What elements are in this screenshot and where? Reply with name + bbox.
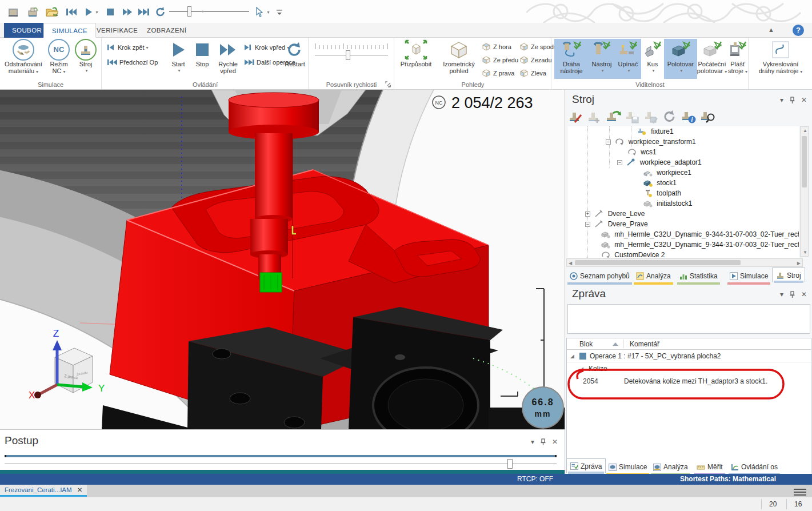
expander-plus-icon[interactable]: + — [585, 211, 590, 217]
view-front-button[interactable]: Ze předu — [482, 54, 518, 66]
postup-slider-track[interactable] — [5, 464, 557, 464]
tab-simulace-dock[interactable]: Simulace — [726, 270, 771, 282]
play-dropdown[interactable]: ▾ — [93, 5, 99, 19]
expander-minus-icon[interactable]: − — [617, 160, 622, 165]
tab-simulace-bottom[interactable]: Simulace — [605, 461, 650, 473]
close-document-icon[interactable]: ✕ — [77, 486, 83, 493]
speed-slider-thumb-ribbon[interactable] — [346, 50, 350, 60]
tree-item[interactable]: − Dvere_Prave — [568, 219, 799, 229]
view-bottom-button[interactable]: Ze spodu — [519, 41, 557, 53]
speed-slider-thumb[interactable] — [187, 6, 191, 17]
panel-menu-icon[interactable]: ▾ — [531, 438, 534, 446]
cursor-dropdown[interactable]: ▾ — [264, 5, 271, 19]
skip-back-button[interactable] — [64, 5, 79, 19]
tree-item[interactable]: mh_Hermle_C32U_Dynamic_9-344-31-07-003_0… — [568, 229, 799, 239]
scroll-down-icon[interactable]: ▼ — [803, 250, 807, 255]
tab-verifikace[interactable]: VERIFIKACE — [89, 23, 146, 38]
message-subgroup-row[interactable]: ◢ Kolize — [567, 362, 811, 375]
tool-visibility-button[interactable]: Nástroj▾ — [589, 39, 615, 79]
machine-add-icon[interactable] — [586, 109, 602, 124]
machine-tree[interactable]: fixture1 − workpiece_transform1 wcs1 − w… — [568, 126, 799, 258]
tab-merit[interactable]: Měřit — [693, 461, 726, 473]
3d-viewport[interactable]: NC 2 054/2 263 Z prava Zezadu Z Y X 66.8… — [0, 90, 565, 429]
nc-mode-button[interactable]: NC Režim NC▾ — [46, 39, 72, 75]
skip-end-button[interactable] — [136, 5, 151, 19]
view-back-button[interactable]: Zezadu — [519, 54, 552, 66]
tab-statistika[interactable]: Statistika — [676, 270, 721, 282]
tree-item[interactable]: CustomDevice 2 — [568, 250, 799, 258]
tree-item[interactable]: wcs1 — [568, 147, 799, 157]
tab-zprava-bottom[interactable]: Zpráva — [566, 458, 606, 473]
material-removal-button[interactable]: Odstraňování materiálu▾ — [5, 39, 42, 75]
col-blok[interactable]: Blok — [579, 338, 593, 350]
row-expander-icon[interactable]: ◢ — [579, 362, 583, 375]
message-group-row[interactable]: ◢ Operace 1 : #17 - 5X_PC_vybraná plocha… — [567, 350, 811, 362]
machine-info-icon[interactable]: i — [681, 109, 697, 124]
tree-item[interactable]: fixture1 — [568, 126, 799, 137]
machine-find-icon[interactable] — [699, 109, 715, 124]
tree-item[interactable]: workpiece1 — [568, 167, 799, 178]
view-right-button[interactable]: Z prava — [482, 67, 514, 79]
tab-stroj-dock[interactable]: Stroj — [772, 268, 805, 282]
machine-reload-icon[interactable] — [662, 109, 678, 124]
machine-edit-icon[interactable] — [567, 109, 583, 124]
stock-visibility-button[interactable]: Polotovar▾ — [664, 39, 697, 79]
tab-analyza[interactable]: Analýza — [633, 270, 674, 282]
initial-stock-visibility-button[interactable]: Počáteční polotovar▾ — [697, 39, 727, 79]
tree-hscrollbar[interactable]: ◀ ▶ — [566, 258, 803, 267]
fast-forward-ribbon-button[interactable]: Rychle vpřed — [214, 39, 242, 74]
toolbar-options[interactable] — [275, 5, 283, 19]
tree-item[interactable]: − workpiece_adaptor1 — [568, 157, 799, 167]
close-icon[interactable]: ✕ — [801, 290, 807, 298]
expander-minus-icon[interactable]: − — [606, 139, 611, 145]
panel-menu-icon[interactable]: ▾ — [780, 290, 783, 298]
tree-vscrollbar[interactable]: ▲ ▼ — [800, 126, 809, 257]
help-button[interactable]: ? — [793, 25, 804, 36]
open-nc-icon[interactable]: NC — [45, 5, 59, 19]
scroll-right-icon[interactable]: ▶ — [797, 261, 801, 266]
fit-view-button[interactable]: Přizpůsobit — [396, 39, 436, 67]
simulation-icon[interactable] — [6, 5, 21, 19]
part-visibility-button[interactable]: Kus▾ — [641, 39, 664, 79]
panel-menu-icon[interactable]: ▾ — [780, 96, 783, 104]
machine-save-check-icon[interactable] — [643, 109, 659, 124]
isometric-view-button[interactable]: Izometrický pohled — [437, 39, 481, 74]
stop-button-ribbon[interactable]: Stop — [191, 39, 213, 67]
collision-row[interactable]: 2054 Detekována kolize mezi TH_adaptor3 … — [567, 375, 811, 388]
tree-item[interactable]: stock1 — [568, 178, 799, 188]
machine-import-icon[interactable] — [605, 109, 621, 124]
machine-button[interactable]: Stroj ▾ — [73, 39, 98, 74]
stop-button[interactable] — [103, 5, 118, 19]
pin-icon[interactable] — [541, 438, 546, 445]
machine-housing-visibility-button[interactable]: Plášť stroje▾ — [727, 39, 749, 79]
scroll-up-icon[interactable]: ▲ — [803, 128, 807, 133]
postup-slider-thumb[interactable] — [507, 459, 513, 469]
pin-icon[interactable] — [790, 97, 795, 103]
restart-button[interactable] — [153, 5, 168, 19]
close-icon[interactable]: ✕ — [552, 438, 558, 446]
row-expander-icon[interactable]: ◢ — [570, 350, 574, 362]
close-icon[interactable]: ✕ — [801, 96, 807, 104]
tree-item[interactable]: − workpiece_transform1 — [568, 137, 799, 147]
collapse-ribbon-icon[interactable]: ▲ — [768, 26, 774, 33]
start-button[interactable]: Start▾ — [166, 39, 190, 74]
toolpath-rendering-button[interactable]: Vykreslování dráhy nástroje▾ — [756, 39, 805, 75]
tab-seznam-pohybu[interactable]: Seznam pohybů — [566, 270, 633, 282]
restart-ribbon-button[interactable]: Restart — [282, 39, 308, 67]
speed-slider[interactable] — [169, 11, 249, 12]
tab-analyza-bottom[interactable]: Analýza — [650, 461, 691, 473]
tree-item[interactable]: mh_Hermle_C32U_Dynamic_9-344-31-07-003_0… — [568, 239, 799, 250]
fast-forward-button[interactable] — [120, 5, 135, 19]
fixture-visibility-button[interactable]: Upínač▾ — [615, 39, 641, 79]
message-filter-box[interactable] — [567, 304, 810, 334]
step-back-button[interactable]: Krok zpět▾ — [107, 41, 148, 54]
expander-minus-icon[interactable]: − — [585, 222, 590, 227]
previous-op-button[interactable]: Předchozí Op — [107, 56, 158, 69]
speed-slider-track[interactable] — [315, 55, 388, 55]
machine-save-icon[interactable] — [624, 109, 640, 124]
tab-zobrazeni[interactable]: ZOBRAZENÍ — [139, 23, 194, 38]
pin-icon[interactable] — [790, 291, 795, 298]
view-top-button[interactable]: Z hora — [482, 41, 511, 53]
col-komentar[interactable]: Komentář — [630, 338, 659, 350]
tab-ovladani-os[interactable]: Ovládání os — [727, 461, 781, 473]
